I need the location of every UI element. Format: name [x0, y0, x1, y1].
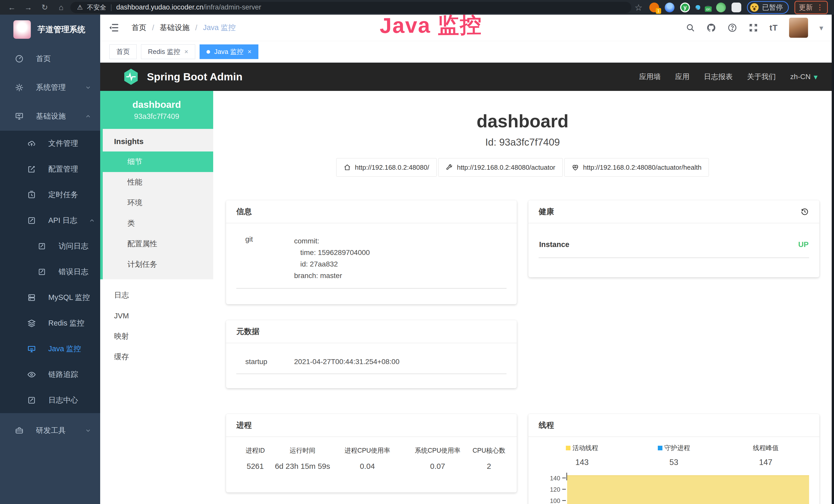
sba-language-select[interactable]: zh-CN ▾ [790, 72, 817, 82]
tab-label: Java 监控 [214, 47, 243, 56]
extension-pin-icon[interactable] [665, 3, 675, 12]
sidebar-item-config[interactable]: 配置管理 [0, 156, 100, 182]
browser-back-icon[interactable]: ← [5, 3, 19, 12]
col-header: CPU核心数 [471, 446, 506, 455]
address-bar[interactable]: ⚠ 不安全 | dashboard.yudao.iocoder.cn/infra… [70, 2, 631, 13]
instance-links: http://192.168.0.2:48080/ http://192.168… [226, 158, 819, 177]
search-icon[interactable] [686, 23, 695, 32]
gear-icon [14, 83, 25, 92]
extension-grid-icon[interactable] [696, 5, 700, 10]
update-button[interactable]: 更新 ⋮ [794, 1, 828, 14]
extension-y-glyph: y [681, 4, 689, 11]
help-icon[interactable] [727, 23, 737, 32]
sba-nav-wall[interactable]: 应用墙 [639, 72, 661, 82]
sba-app-name: dashboard [132, 99, 181, 110]
sba-brand[interactable]: Spring Boot Admin [147, 71, 242, 83]
sba-nav-applications[interactable]: 应用 [675, 72, 690, 82]
extension-leaf-icon[interactable] [716, 3, 726, 12]
font-size-icon[interactable]: tT [770, 23, 778, 32]
sba-item-scheduledtasks[interactable]: 计划任务 [103, 254, 213, 275]
close-icon[interactable]: × [248, 48, 251, 56]
sidebar-item-home[interactable]: 首页 [0, 44, 100, 73]
tab-home[interactable]: 首页 [109, 44, 137, 59]
sba-nav-journal[interactable]: 日志报表 [704, 72, 733, 82]
sba-item-classes[interactable]: 类 [103, 213, 213, 234]
sidebar-item-apilog[interactable]: API 日志 [0, 208, 100, 233]
uptime-value: 6d 23h 15m 59s [274, 462, 331, 471]
avatar-caret-icon[interactable]: ▾ [819, 23, 823, 32]
fullscreen-icon[interactable] [748, 23, 758, 32]
warning-icon: ⚠ [77, 4, 83, 11]
sidebar-item-job[interactable]: 定时任务 [0, 182, 100, 208]
sidebar-collapse-icon[interactable] [109, 23, 119, 32]
sba-item-mappings[interactable]: 映射 [100, 326, 213, 347]
divider [539, 257, 809, 258]
sidebar-item-java[interactable]: Java 监控 [0, 336, 100, 362]
service-url-label: http://192.168.0.2:48080/ [355, 164, 429, 171]
app-logo-row[interactable]: 芋道管理系统 [0, 15, 100, 44]
sba-instance-header[interactable]: dashboard 93a3fc7f7409 [100, 91, 213, 129]
sidebar-item-mysql[interactable]: MySQL 监控 [0, 285, 100, 311]
legend-swatch-yellow [566, 446, 570, 450]
sba-item-label: 环境 [127, 198, 142, 208]
service-url-button[interactable]: http://192.168.0.2:48080/ [336, 158, 437, 177]
health-instance-row[interactable]: Instance UP [528, 240, 819, 249]
breadcrumb-separator: / [152, 24, 154, 32]
health-url-button[interactable]: http://192.168.0.2:48080/actuator/health [564, 158, 709, 177]
breadcrumb-home[interactable]: 首页 [132, 23, 147, 33]
layers-icon [26, 319, 37, 328]
threads-chart: 140 120 100 [528, 473, 819, 504]
sidebar-item-trace[interactable]: 链路追踪 [0, 362, 100, 387]
extension-badge: 1 [656, 8, 661, 14]
sba-item-details[interactable]: 细节 [103, 152, 213, 172]
extension-y-icon[interactable]: y [680, 3, 690, 12]
extension-dark-icon[interactable]: on [706, 5, 710, 10]
browser-menu-icon[interactable]: ⋮ [816, 3, 824, 12]
chart-area-series [567, 475, 809, 504]
sba-item-logfile[interactable]: 日志 [100, 285, 213, 305]
sba-item-caches[interactable]: 缓存 [100, 347, 213, 367]
browser-forward-icon[interactable]: → [21, 3, 36, 12]
sba-item-environment[interactable]: 环境 [103, 192, 213, 213]
sba-item-configprops[interactable]: 配置属性 [103, 234, 213, 254]
sidebar-item-system[interactable]: 系统管理 [0, 73, 100, 102]
sidebar-item-redis[interactable]: Redis 监控 [0, 311, 100, 336]
github-icon[interactable] [706, 23, 716, 32]
profile-paused-pill[interactable]: 已暂停 [747, 1, 789, 14]
avatar[interactable] [789, 18, 808, 38]
sidebar-item-accesslog[interactable]: 访问日志 [0, 233, 100, 259]
chevron-up-icon [89, 217, 95, 224]
breadcrumb-infra[interactable]: 基础设施 [160, 23, 190, 33]
sba-item-jvm[interactable]: JVM [100, 305, 213, 326]
url-text[interactable]: dashboard.yudao.iocoder.cn/infra/admin-s… [116, 3, 261, 11]
browser-reload-icon[interactable]: ↻ [38, 3, 52, 12]
col-header: 运行时间 [274, 446, 331, 455]
extension-colorful-icon[interactable]: 1 [649, 3, 659, 12]
close-icon[interactable]: × [184, 48, 188, 56]
browser-home-icon[interactable]: ⌂ [54, 3, 68, 12]
sidebar-item-label: MySQL 监控 [48, 293, 90, 303]
actuator-url-button[interactable]: http://192.168.0.2:48080/actuator [438, 158, 563, 177]
log-edit-icon [37, 268, 47, 276]
security-label[interactable]: 不安全 [87, 3, 106, 12]
health-card: 健康 Instance UP [528, 200, 819, 277]
git-branch-line: branch: master [294, 270, 506, 281]
bookmark-star-icon[interactable]: ☆ [633, 2, 644, 13]
process-card-header: 进程 [226, 414, 517, 437]
sidebar-item-infra[interactable]: 基础设施 [0, 102, 100, 131]
dashboard-icon [14, 54, 25, 63]
sidebar-item-devtool[interactable]: 研发工具 [0, 416, 100, 445]
extension-puzzle-icon[interactable] [731, 3, 741, 12]
sba-nav-about[interactable]: 关于我们 [747, 72, 776, 82]
sba-group-label: Insights [103, 131, 213, 152]
metadata-card: 元数据 startup 2021-04-27T00:44:31.254+08:0… [226, 320, 517, 388]
sba-logo-icon[interactable] [123, 68, 139, 86]
sidebar-item-errorlog[interactable]: 错误日志 [0, 259, 100, 285]
sidebar-item-logcenter[interactable]: 日志中心 [0, 387, 100, 413]
tab-java[interactable]: Java 监控 × [200, 44, 258, 59]
tab-redis[interactable]: Redis 监控 × [141, 44, 195, 59]
metadata-card-header: 元数据 [226, 320, 517, 343]
sidebar-item-file[interactable]: 文件管理 [0, 131, 100, 156]
sba-item-metrics[interactable]: 性能 [103, 172, 213, 192]
history-icon[interactable] [800, 207, 809, 216]
